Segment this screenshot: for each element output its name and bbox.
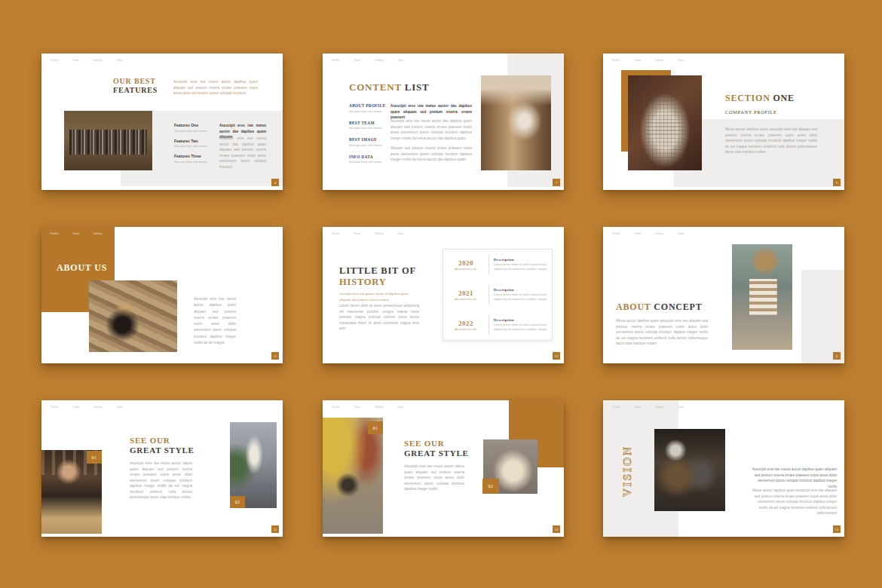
timeline-year: 2021 (448, 289, 484, 297)
nav-item-profile: Profile (51, 406, 58, 409)
page-number-badge: 10 (553, 352, 560, 360)
slide-vision[interactable]: Profile Team Gallery Data VISION Asuscip… (603, 400, 844, 537)
slide-title: SEE OUR GREAT STYLE (130, 436, 194, 455)
slide-subtitle: COMPANY PROFILE (725, 109, 777, 115)
feature-name: Features One (174, 123, 207, 127)
slide-nav: Profile Team Gallery Data (51, 406, 122, 409)
nav-item-data: Data (398, 59, 404, 62)
nav-item-profile: Profile (332, 406, 339, 409)
slide-content-list[interactable]: Profile Team Gallery Data CONTENT LIST A… (323, 54, 564, 190)
feature-item: Features Three Suscipit eros iste metus (174, 154, 207, 164)
plaid-suit-photo (628, 75, 702, 170)
feature-name: Features Two (174, 139, 207, 143)
page-number-badge: 13 (553, 525, 560, 533)
nav-item-team: Team (72, 59, 79, 62)
nav-item-profile: Profile (51, 232, 58, 235)
content-items: ABOUT PROFILE Suscipit eros iste metus B… (349, 103, 385, 170)
clothing-rack-photo (64, 111, 152, 170)
timeline-divider (488, 315, 489, 335)
nav-item-team: Team (634, 232, 641, 235)
nav-item-team: Team (354, 59, 360, 62)
feature-desc: Suscipit eros iste metus (174, 129, 207, 133)
slide-title: CONTENT LIST (349, 81, 430, 93)
nav-item-gallery: Gallery (375, 59, 384, 62)
body-paragraph: Asuscipit eros iste metus auctor dapus q… (130, 461, 192, 501)
page-number-badge: 7 (553, 179, 560, 186)
nav-item-profile: Profile (612, 406, 620, 409)
nav-item-profile: Profile (51, 59, 58, 62)
feature-name: Features Three (174, 154, 207, 158)
timeline-row: 2021 Asuscipit eros iste Description Lor… (448, 285, 547, 305)
page-number-badge: 11 (833, 352, 841, 360)
timeline-heading: Description (494, 288, 547, 292)
timeline-card: 2020 Asuscipit eros iste Description Lor… (443, 249, 553, 341)
item-desc: Suscipit eros iste metus (349, 126, 385, 130)
photo-number-label: 01 (87, 451, 102, 464)
body-paragraph: Asuscipit eros iste metus auctor dabus q… (404, 464, 464, 492)
nav-item-gallery: Gallery (655, 406, 664, 409)
slide-our-best-features[interactable]: Profile Team Gallery Data OUR BEST FEATU… (41, 54, 283, 190)
nav-item-data: Data (398, 406, 404, 409)
timeline-row: 2022 Asuscipit eros iste Description Lor… (448, 315, 547, 335)
portrait-rocks-photo (89, 280, 177, 352)
slide-great-style-2[interactable]: Profile Team Gallery Data 01 02 SEE OUR … (323, 400, 564, 537)
title-accent: OUR BEST (113, 77, 156, 85)
tailor-shop-photo (654, 429, 725, 511)
slide-about-concept[interactable]: Profile Team Gallery Data ABOUT CONCEPT … (603, 227, 844, 363)
nav-item-profile: Profile (332, 232, 339, 235)
title-accent: SEE OUR (130, 436, 170, 445)
page-number-badge: 8 (833, 179, 841, 186)
photo-number-label: 02 (230, 496, 245, 508)
nav-item-profile: Profile (612, 59, 620, 62)
title-dark: GREAT STYLE (404, 449, 469, 458)
slide-about-us[interactable]: Profile Team Gallery Data ABOUT US Asusc… (41, 227, 283, 363)
slide-history[interactable]: Profile Team Gallery Data LITTLE BIT OF … (323, 227, 564, 363)
nav-item-gallery: Gallery (375, 406, 384, 409)
intro-paragraph: Asuscipit eros iste metus auctor dapibus… (173, 79, 258, 96)
slide-title: ABOUT US (57, 262, 107, 273)
slide-title: ABOUT CONCEPT (616, 302, 703, 312)
nav-item-data: Data (678, 59, 684, 62)
item-name: BEST TEAM (349, 121, 385, 125)
feature-item: Features One Suscipit eros iste metus (174, 123, 207, 133)
photo-number-label: 01 (368, 421, 383, 434)
nav-item-team: Team (354, 406, 360, 409)
nav-item-gallery: Gallery (93, 232, 103, 235)
timeline-heading: Description (494, 258, 547, 262)
body-paragraph: Metus auctor dapibus quam asuscipit eros… (751, 488, 837, 516)
content-item: BEST TEAM Suscipit eros iste metus (349, 121, 385, 130)
body-paragraph: Metus auctor dapibus quam asuscipit eros… (616, 318, 708, 347)
item-name: BEST IMAGE (349, 137, 385, 142)
nav-item-gallery: Gallery (93, 59, 103, 62)
body-paragraph: Lorem ipsum dolor sit amet consectetuer … (339, 303, 419, 332)
nav-item-team: Team (634, 59, 641, 62)
slide-great-style-1[interactable]: Profile Team Gallery Data 01 02 SEE OUR … (41, 400, 283, 537)
slide-nav: Profile Team Gallery Data (332, 59, 403, 62)
nav-item-gallery: Gallery (93, 406, 103, 409)
body-paragraph: Asuscipit eros iste metus auctor das dap… (390, 118, 472, 141)
item-name: INFO DATA (349, 155, 385, 159)
nav-item-gallery: Gallery (375, 232, 384, 235)
body-paragraph: Asuscipit eros iste metus auctor das dap… (219, 136, 266, 170)
body-paragraph: Asuscipit eros iste metus auctor dapibus… (751, 467, 837, 489)
title-accent: SEE OUR (404, 439, 445, 448)
nav-item-data: Data (117, 232, 123, 235)
timeline-divider (488, 255, 489, 274)
page-number-badge: 6 (271, 179, 279, 186)
page-number-badge: 12 (271, 525, 279, 533)
page-number-badge: 9 (271, 352, 279, 360)
title-dark: ONE (773, 93, 794, 103)
nav-item-profile: Profile (332, 59, 339, 62)
slide-section-one[interactable]: Profile Team Gallery Data SECTION ONE CO… (603, 54, 844, 190)
nav-item-team: Team (354, 232, 360, 235)
slide-nav: Profile Team Gallery Data (51, 232, 122, 235)
content-item: INFO DATA Suscipit eros iste metus (349, 155, 385, 164)
slide-nav: Profile Team Gallery Data (612, 232, 684, 235)
nav-item-gallery: Gallery (655, 59, 664, 62)
slide-title: SECTION ONE (725, 93, 795, 103)
feature-desc: Suscipit eros iste metus (174, 160, 207, 164)
timeline-desc: Lorem ipsum dolor sit amet consectetuer … (494, 323, 547, 332)
body-paragraph: Asuscipit eros iste metus auctor dapibus… (194, 296, 236, 346)
title-dark: GREAT STYLE (130, 446, 194, 455)
nav-item-gallery: Gallery (655, 232, 664, 235)
